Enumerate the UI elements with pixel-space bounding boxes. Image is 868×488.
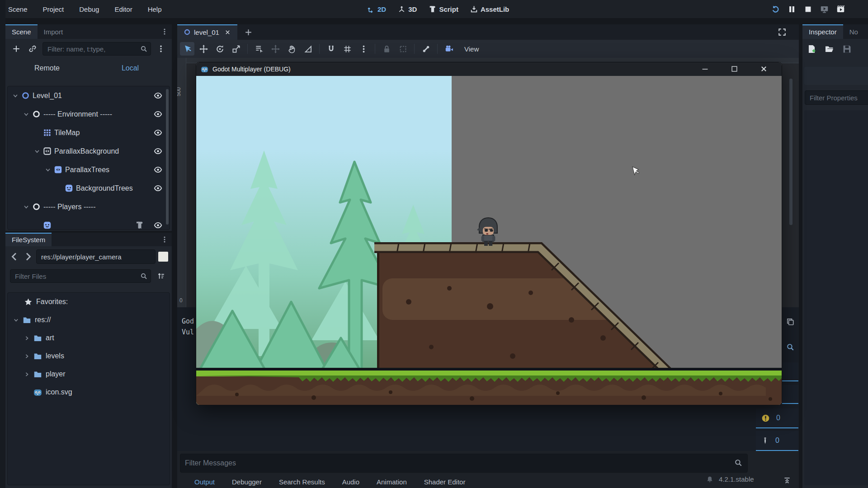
tab-animation[interactable]: Animation [377, 478, 407, 486]
script-icon[interactable] [135, 221, 144, 230]
game-debug-window[interactable]: Godot Multiplayer (DEBUG) [196, 62, 782, 405]
chevron-down-icon[interactable] [23, 204, 29, 210]
sort-files-button[interactable] [155, 270, 167, 282]
select-tool-button[interactable] [180, 42, 194, 56]
minimize-window-icon[interactable] [701, 65, 709, 73]
toggle-fullscreen-icon[interactable] [778, 28, 786, 36]
tree-row-parallaxtrees[interactable]: ParallaxTrees [8, 160, 170, 179]
tab-filesystem[interactable]: FileSystem [5, 233, 52, 246]
warning-count-button[interactable]: 0 [756, 408, 798, 428]
tree-row-environment[interactable]: ----- Environment ----- [8, 105, 170, 123]
folder-color-swatch[interactable] [158, 252, 168, 262]
mode-3d-button[interactable]: 3D [398, 5, 417, 13]
menu-help[interactable]: Help [148, 5, 162, 13]
tab-level01[interactable]: level_01 [177, 24, 237, 40]
chevron-right-icon[interactable] [24, 371, 30, 377]
save-resource-icon[interactable] [842, 44, 852, 54]
visibility-eye-icon[interactable] [154, 184, 162, 192]
expand-bottom-panel-button[interactable] [783, 476, 791, 484]
file-filter-input[interactable] [10, 269, 151, 283]
chevron-down-icon[interactable] [34, 148, 40, 155]
remote-debug-button[interactable] [820, 5, 829, 14]
dock-menu-icon[interactable] [161, 236, 168, 243]
mode-assetlib-button[interactable]: AssetLib [470, 5, 509, 13]
visibility-eye-icon[interactable] [154, 165, 162, 174]
remote-toggle[interactable]: Remote [5, 64, 89, 72]
maximize-window-icon[interactable] [730, 65, 739, 73]
ruler-tool-button[interactable] [301, 42, 315, 56]
snap-options-button[interactable] [356, 42, 371, 56]
move-pivot-button[interactable] [268, 42, 283, 56]
log-filter-toggle[interactable] [782, 362, 798, 381]
menu-project[interactable]: Project [43, 5, 64, 13]
dock-menu-icon[interactable] [161, 28, 168, 35]
scene-filter-input[interactable] [42, 42, 151, 56]
mode-script-button[interactable]: Script [429, 5, 458, 13]
rotate-tool-button[interactable] [212, 42, 227, 56]
tab-audio[interactable]: Audio [342, 478, 359, 486]
local-toggle[interactable]: Local [89, 64, 172, 72]
viewport-scrollbar[interactable] [789, 79, 793, 225]
tab-output[interactable]: Output [194, 478, 215, 486]
new-scene-tab-button[interactable] [237, 24, 259, 40]
pause-button[interactable] [788, 5, 796, 14]
log-filter-toggle[interactable] [782, 385, 798, 404]
stop-button[interactable] [804, 5, 812, 14]
tree-row-players[interactable]: ----- Players ----- [8, 197, 170, 216]
visibility-eye-icon[interactable] [154, 110, 162, 118]
menu-debug[interactable]: Debug [79, 5, 99, 13]
tree-row-tilemap[interactable]: TileMap [8, 123, 170, 142]
tree-row-partial[interactable] [8, 216, 170, 230]
visibility-eye-icon[interactable] [154, 221, 162, 230]
tab-debugger[interactable]: Debugger [232, 478, 262, 486]
fs-row-art[interactable]: art [8, 329, 170, 347]
instance-scene-button[interactable] [26, 42, 39, 55]
add-node-button[interactable] [10, 42, 23, 55]
tab-scene[interactable]: Scene [5, 24, 38, 39]
notifications-bell-icon[interactable] [706, 476, 713, 483]
scene-tree-scrollbar[interactable] [166, 89, 169, 225]
tree-row-parallaxbackground[interactable]: ParallaxBackground [8, 142, 170, 160]
tab-import[interactable]: Import [38, 24, 70, 39]
visibility-eye-icon[interactable] [154, 147, 162, 155]
movie-maker-button[interactable] [836, 5, 845, 14]
fs-row-favorites[interactable]: Favorites: [8, 293, 170, 311]
tab-shader-editor[interactable]: Shader Editor [424, 478, 466, 486]
fs-row-player[interactable]: player [8, 365, 170, 383]
grid-snap-button[interactable] [340, 42, 354, 56]
smart-snap-button[interactable] [324, 42, 338, 56]
load-resource-icon[interactable] [825, 44, 834, 54]
mode-2d-button[interactable]: 2D [367, 5, 386, 13]
filter-messages-input[interactable] [180, 454, 748, 473]
chevron-down-icon[interactable] [12, 93, 19, 99]
preview-camera-button[interactable] [442, 42, 456, 56]
error-count-button[interactable]: 0 [756, 431, 798, 451]
list-select-button[interactable] [252, 42, 266, 56]
filter-properties-input[interactable] [805, 90, 868, 105]
back-button[interactable] [9, 251, 20, 262]
group-node-button[interactable] [396, 42, 410, 56]
new-resource-icon[interactable] [807, 44, 816, 54]
fs-row-res[interactable]: res:// [8, 311, 170, 329]
pan-tool-button[interactable] [284, 42, 299, 56]
chevron-down-icon[interactable] [13, 317, 19, 323]
search-log-button[interactable] [782, 339, 798, 355]
restart-scene-button[interactable] [771, 5, 780, 14]
close-window-icon[interactable] [760, 65, 768, 73]
move-tool-button[interactable] [196, 42, 211, 56]
forward-button[interactable] [23, 251, 33, 262]
close-tab-icon[interactable] [224, 29, 231, 36]
tree-row-level01[interactable]: Level_01 [8, 86, 170, 105]
fs-row-levels[interactable]: levels [8, 347, 170, 365]
scene-tree-menu-button[interactable] [155, 42, 167, 55]
scale-tool-button[interactable] [229, 42, 243, 56]
chevron-right-icon[interactable] [24, 353, 30, 359]
copy-log-button[interactable] [782, 314, 798, 330]
lock-node-button[interactable] [379, 42, 394, 56]
tab-search-results[interactable]: Search Results [279, 478, 325, 486]
menu-scene[interactable]: Scene [8, 5, 28, 13]
chevron-down-icon[interactable] [23, 111, 29, 117]
skeleton-options-button[interactable] [419, 42, 433, 56]
visibility-eye-icon[interactable] [154, 91, 162, 100]
tab-inspector[interactable]: Inspector [802, 24, 843, 39]
